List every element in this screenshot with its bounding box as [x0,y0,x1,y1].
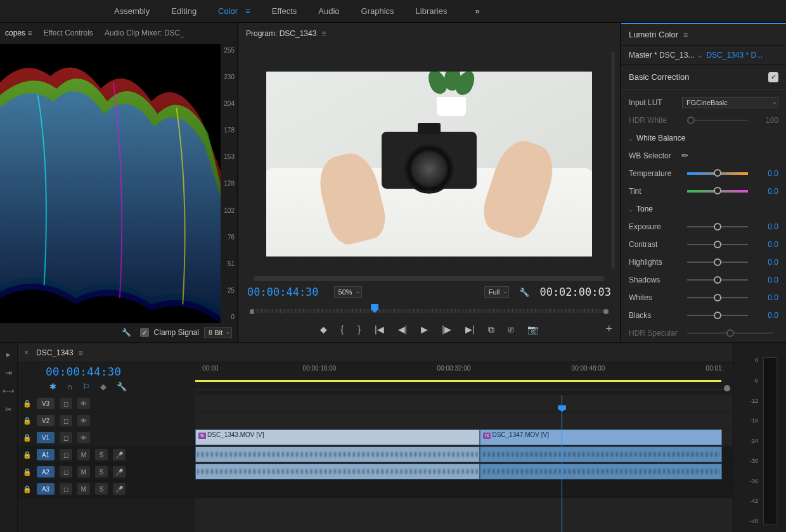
mute-icon[interactable]: M [77,449,90,460]
panel-menu-icon[interactable]: ≡ [27,28,32,37]
ws-effects[interactable]: Effects [272,6,297,16]
step-forward-icon[interactable]: |▶ [442,324,451,334]
extract-icon[interactable]: ⎚ [508,324,513,334]
timeline-timecode[interactable]: 00:00:44:30 [18,362,195,378]
linked-selection-icon[interactable]: ⚐ [82,382,90,391]
ws-graphics[interactable]: Graphics [361,6,394,16]
tone-slider-3[interactable] [687,279,748,281]
toggle-output-icon[interactable]: 👁 [77,415,90,426]
selection-tool-icon[interactable]: ▸ [6,350,11,359]
ws-overflow-icon[interactable]: » [475,6,479,16]
tone-value-1[interactable]: 0.0 [753,240,778,249]
tone-header[interactable]: Tone [629,200,778,218]
ripple-tool-icon[interactable]: ⟷ [3,386,15,396]
snap-icon[interactable]: ✱ [49,382,56,391]
track-A2[interactable]: A2 [37,466,55,478]
sequence-tab[interactable]: DSC_1343 [36,348,74,357]
temperature-value[interactable]: 0.0 [753,169,778,178]
mute-icon[interactable]: M [77,483,90,495]
program-scrollbar[interactable] [611,52,615,269]
sync-lock-icon[interactable]: ◻ [60,432,72,443]
timeline-ruler[interactable]: :00:00 00:00:16:00 00:00:32:00 00:00:48:… [195,362,733,390]
solo-icon[interactable]: S [95,449,108,460]
tone-slider-5[interactable] [687,315,748,316]
lock-icon[interactable]: 🔒 [23,417,32,425]
input-lut-dropdown[interactable]: FGCineBasic [682,97,778,108]
button-editor-icon[interactable]: + [605,322,612,336]
timeline-settings-icon[interactable]: 🔧 [117,382,127,391]
ws-editing[interactable]: Editing [171,6,196,16]
ws-libraries[interactable]: Libraries [416,6,448,16]
magnet-icon[interactable]: ∩ [67,382,72,391]
tint-value[interactable]: 0.0 [753,187,778,196]
scope-settings-icon[interactable]: 🔧 [122,328,131,337]
clamp-signal-checkbox[interactable]: ✓ [140,328,149,337]
mark-out-icon[interactable]: } [358,324,361,334]
program-mini-scrub[interactable] [247,303,611,319]
voice-over-icon[interactable]: 🎤 [113,466,126,478]
program-settings-icon[interactable]: 🔧 [519,288,529,297]
tab-audio-clip-mixer[interactable]: Audio Clip Mixer: DSC_ [105,28,184,37]
program-current-timecode[interactable]: 00:00:44:30 [247,286,319,298]
lock-icon[interactable]: 🔒 [23,451,32,459]
track-A3[interactable]: A3 [37,483,55,495]
add-marker-icon[interactable]: ◆ [320,324,327,334]
audio-clip-1[interactable] [195,446,480,462]
lock-icon[interactable]: 🔒 [23,434,32,442]
tone-value-0[interactable]: 0.0 [753,222,778,231]
timeline-menu-icon[interactable]: ≡ [79,348,83,357]
bit-depth-dropdown[interactable]: 8 Bit [204,327,232,338]
sync-lock-icon[interactable]: ◻ [60,466,72,478]
ws-menu-icon[interactable]: ≡ [245,6,250,16]
track-select-tool-icon[interactable]: ⇥ [5,368,12,377]
toggle-output-icon[interactable]: 👁 [77,432,90,443]
track-A1[interactable]: A1 [37,449,55,460]
video-clip-2[interactable]: fxDSC_1347.MOV [V] [480,429,722,445]
toggle-output-icon[interactable]: 👁 [77,398,90,409]
video-clip-1[interactable]: fxDSC_1343.MOV [V] [195,429,480,445]
lock-icon[interactable]: 🔒 [23,485,32,493]
marker-tool-icon[interactable]: ◆ [100,382,106,391]
lumetri-menu-icon[interactable]: ≡ [683,30,688,39]
voice-over-icon[interactable]: 🎤 [113,449,126,460]
step-back-icon[interactable]: ◀| [398,324,408,334]
program-monitor[interactable] [266,72,592,256]
track-V2[interactable]: V2 [37,415,55,426]
solo-icon[interactable]: S [95,466,108,478]
tone-value-5[interactable]: 0.0 [753,311,778,320]
mark-in-icon[interactable]: { [341,324,344,334]
program-menu-icon[interactable]: ≡ [321,29,326,38]
ws-color[interactable]: Color [218,6,238,16]
tab-effect-controls[interactable]: Effect Controls [43,28,93,37]
tone-value-3[interactable]: 0.0 [753,276,778,284]
tone-slider-2[interactable] [687,262,748,263]
sync-lock-icon[interactable]: ◻ [60,483,72,495]
solo-icon[interactable]: S [95,483,108,495]
tone-slider-1[interactable] [687,244,748,245]
audio-clip-2[interactable] [480,446,722,462]
track-V3[interactable]: V3 [37,398,55,409]
basic-correction-header[interactable]: Basic Correction [629,72,689,82]
zoom-dropdown[interactable]: 50% [334,286,362,298]
tint-slider[interactable] [687,190,748,193]
razor-tool-icon[interactable]: ✂ [5,405,12,414]
ws-audio[interactable]: Audio [318,6,339,16]
temperature-slider[interactable] [687,172,748,175]
audio-clip-3[interactable] [195,464,480,479]
export-frame-icon[interactable]: 📷 [527,324,538,334]
tone-value-2[interactable]: 0.0 [753,258,778,267]
ws-assembly[interactable]: Assembly [114,6,150,16]
tone-slider-0[interactable] [687,226,748,227]
timeline-playhead[interactable] [562,395,562,532]
lift-icon[interactable]: ⧉ [488,324,494,335]
lumetri-clip-label[interactable]: DSC_1343 * D... [706,51,763,60]
lumetri-master-label[interactable]: Master * DSC_13... [629,51,694,60]
tone-slider-4[interactable] [687,297,748,298]
white-balance-header[interactable]: White Balance [629,129,778,147]
timeline-tracks[interactable]: fxDSC_1343.MOV [V] fxDSC_1347.MOV [V] [195,395,733,532]
resolution-dropdown[interactable]: Full [484,286,510,298]
audio-clip-4[interactable] [480,464,722,479]
close-seq-icon[interactable]: × [24,348,29,357]
play-icon[interactable]: ▶ [421,324,428,334]
mute-icon[interactable]: M [77,466,90,478]
